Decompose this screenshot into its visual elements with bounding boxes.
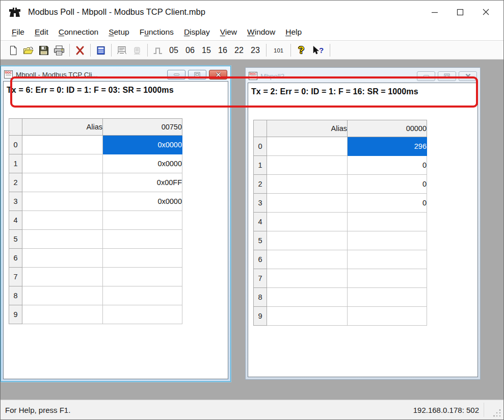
alias-cell[interactable] <box>267 137 348 156</box>
row-header-cell[interactable]: 3 <box>254 194 267 213</box>
menu-view[interactable]: View <box>215 25 242 39</box>
new-file-icon[interactable] <box>6 43 21 58</box>
value-cell[interactable] <box>348 231 427 250</box>
value-column-header[interactable]: 00000 <box>348 120 427 137</box>
menu-file[interactable]: File <box>7 25 30 39</box>
function-05-button[interactable]: 05 <box>166 43 182 58</box>
value-cell[interactable] <box>103 305 182 324</box>
menu-connection[interactable]: Connection <box>54 25 103 39</box>
row-header-cell[interactable]: 4 <box>254 213 267 231</box>
data-monitor-icon-disabled[interactable] <box>129 43 145 58</box>
child-close-button[interactable] <box>209 70 227 80</box>
value-cell[interactable] <box>103 286 182 305</box>
value-cell[interactable] <box>103 268 182 286</box>
alias-cell[interactable] <box>22 286 103 305</box>
context-help-icon[interactable]: ? <box>309 43 327 58</box>
row-header-cell[interactable]: 5 <box>9 230 22 249</box>
row-header-cell[interactable]: 4 <box>9 211 22 230</box>
alias-cell[interactable] <box>267 288 348 307</box>
communication-traffic-icon[interactable] <box>114 43 129 58</box>
value-cell-selected[interactable]: 296 <box>348 137 427 156</box>
title-bar[interactable]: Modbus Poll - Mbpoll - Modbus TCP Client… <box>1 1 503 23</box>
alias-cell[interactable] <box>22 249 103 268</box>
read-write-definition-icon[interactable] <box>93 43 109 58</box>
disconnect-icon[interactable] <box>72 43 88 58</box>
alias-column-header[interactable]: Alias <box>267 120 348 137</box>
alias-cell[interactable] <box>267 213 348 231</box>
alias-cell[interactable] <box>22 211 103 230</box>
value-cell[interactable]: 0 <box>348 175 427 194</box>
value-cell[interactable] <box>348 250 427 269</box>
function-16-button[interactable]: 16 <box>215 43 231 58</box>
child-title-bar[interactable]: DOC Mbpoll - Modbus TCP Cli... <box>3 68 229 81</box>
test-center-button[interactable]: 101 <box>269 43 288 58</box>
value-cell[interactable] <box>348 288 427 307</box>
value-cell[interactable]: 0 <box>348 156 427 175</box>
pulse-icon-disabled[interactable] <box>150 43 166 58</box>
menu-help[interactable]: Help <box>280 25 307 39</box>
minimize-button[interactable] <box>422 1 447 23</box>
alias-cell[interactable] <box>22 154 103 173</box>
alias-cell[interactable] <box>22 230 103 249</box>
row-header-cell[interactable]: 8 <box>254 288 267 307</box>
close-button[interactable] <box>473 1 498 23</box>
value-cell[interactable] <box>103 211 182 230</box>
maximize-button[interactable] <box>447 1 473 23</box>
row-header-cell[interactable]: 6 <box>254 250 267 269</box>
row-header-cell[interactable]: 1 <box>9 154 22 173</box>
child-close-button[interactable] <box>459 71 477 81</box>
value-cell[interactable]: 0x0000 <box>103 192 182 211</box>
resize-grip[interactable] <box>493 409 501 417</box>
row-header-cell[interactable]: 3 <box>9 192 22 211</box>
grid-corner-cell[interactable] <box>254 120 267 137</box>
row-header-cell[interactable]: 2 <box>254 175 267 194</box>
row-header-cell[interactable]: 6 <box>9 249 22 268</box>
alias-cell[interactable] <box>22 136 103 154</box>
help-icon[interactable]: ? <box>294 43 309 58</box>
grid-corner-cell[interactable] <box>9 119 22 136</box>
alias-cell[interactable] <box>22 305 103 324</box>
row-header-cell[interactable]: 2 <box>9 173 22 192</box>
child-minimize-button[interactable] <box>417 71 435 81</box>
menu-functions[interactable]: Functions <box>135 25 179 39</box>
value-cell[interactable] <box>103 230 182 249</box>
value-cell[interactable] <box>103 249 182 268</box>
alias-cell[interactable] <box>267 194 348 213</box>
alias-column-header[interactable]: Alias <box>22 119 103 136</box>
alias-cell[interactable] <box>267 156 348 175</box>
value-cell-selected[interactable]: 0x0000 <box>103 136 182 154</box>
function-22-button[interactable]: 22 <box>231 43 247 58</box>
open-file-icon[interactable] <box>21 43 36 58</box>
menu-display[interactable]: Display <box>179 25 215 39</box>
child-restore-button[interactable] <box>438 71 456 81</box>
row-header-cell[interactable]: 9 <box>254 307 267 326</box>
menu-setup[interactable]: Setup <box>103 25 135 39</box>
function-15-button[interactable]: 15 <box>198 43 215 58</box>
function-06-button[interactable]: 06 <box>182 43 198 58</box>
row-header-cell[interactable]: 5 <box>254 231 267 250</box>
row-header-cell[interactable]: 1 <box>254 156 267 175</box>
print-icon[interactable] <box>51 43 67 58</box>
child-restore-button[interactable] <box>188 70 206 80</box>
alias-cell[interactable] <box>267 269 348 288</box>
value-cell[interactable] <box>348 307 427 326</box>
save-file-icon[interactable] <box>36 43 51 58</box>
value-column-header[interactable]: 00750 <box>103 119 182 136</box>
row-header-cell[interactable]: 0 <box>254 137 267 156</box>
row-header-cell[interactable]: 7 <box>9 268 22 286</box>
row-header-cell[interactable]: 0 <box>9 136 22 154</box>
alias-cell[interactable] <box>267 231 348 250</box>
row-header-cell[interactable]: 8 <box>9 286 22 305</box>
alias-cell[interactable] <box>22 192 103 211</box>
child-title-bar[interactable]: DOC Mbpoll2 <box>247 69 479 82</box>
menu-edit[interactable]: Edit <box>30 25 54 39</box>
value-cell[interactable] <box>348 213 427 231</box>
menu-window[interactable]: Window <box>242 25 280 39</box>
alias-cell[interactable] <box>22 268 103 286</box>
child-minimize-button[interactable] <box>167 70 185 80</box>
row-header-cell[interactable]: 9 <box>9 305 22 324</box>
function-23-button[interactable]: 23 <box>247 43 263 58</box>
row-header-cell[interactable]: 7 <box>254 269 267 288</box>
value-cell[interactable]: 0x00FF <box>103 173 182 192</box>
value-cell[interactable]: 0 <box>348 194 427 213</box>
